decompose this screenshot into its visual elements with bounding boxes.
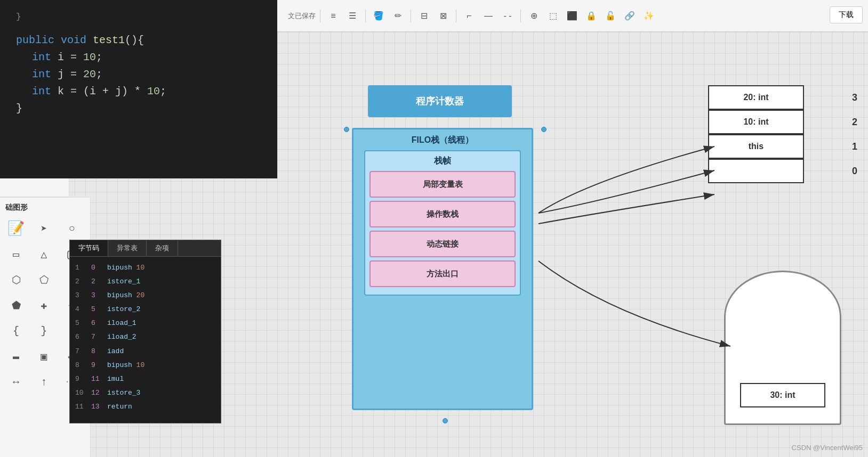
frame-label: 栈帧 bbox=[369, 156, 516, 167]
rect-shape[interactable]: ▭ bbox=[5, 243, 27, 265]
local-var-box-2: 10: int bbox=[708, 110, 804, 134]
bc-row-7: 7 8 iadd bbox=[70, 345, 221, 358]
dynamic-link-section: 动态链接 bbox=[369, 231, 516, 257]
plus-shape[interactable]: ✚ bbox=[33, 295, 54, 316]
int-keyword-1: int bbox=[32, 51, 51, 63]
method-exit-section: 方法出口 bbox=[369, 260, 516, 287]
watermark: CSDN @VincentWei95 bbox=[792, 444, 863, 452]
thin-rect-shape[interactable]: ▬ bbox=[5, 346, 27, 367]
handle-right-mid[interactable] bbox=[541, 127, 546, 132]
filo-label: FILO栈（线程） bbox=[353, 129, 532, 150]
triangle-shape[interactable]: △ bbox=[33, 243, 54, 265]
distribute-btn[interactable]: ⊠ bbox=[435, 7, 452, 25]
arrow-shape[interactable]: ➤ bbox=[33, 218, 54, 239]
lock-btn[interactable]: 🔒 bbox=[583, 7, 600, 25]
local-var-row-0: 0 bbox=[708, 159, 841, 183]
code-panel: } public void test1(){ int i = 10; int j… bbox=[0, 0, 277, 178]
list-btn[interactable]: ☰ bbox=[344, 7, 361, 25]
bc-row-10: 10 12 istore_3 bbox=[70, 386, 221, 400]
group-btn[interactable]: ⬚ bbox=[544, 7, 561, 25]
filo-stack: FILO栈（线程） 栈帧 局部变量表 操作数栈 动态链接 方法出口 bbox=[352, 128, 533, 410]
download-button[interactable]: 下载 bbox=[830, 6, 863, 23]
bc-row-8: 8 9 bipush 10 bbox=[70, 358, 221, 372]
brace-left-shape[interactable]: { bbox=[5, 320, 27, 341]
local-var-row-1: this 1 bbox=[708, 134, 841, 159]
local-var-index-2: 2 bbox=[852, 117, 857, 128]
line-btn[interactable]: — bbox=[480, 7, 497, 25]
local-var-index-3: 3 bbox=[852, 92, 857, 103]
diagram-area: 程序计数器 FILO栈（线程） 栈帧 局部变量表 操作数栈 动态链接 方法出口 bbox=[277, 32, 868, 457]
stack-frame: 栈帧 局部变量表 操作数栈 动态链接 方法出口 bbox=[364, 150, 521, 296]
align-left-btn[interactable]: ≡ bbox=[325, 7, 342, 25]
stack-container: 程序计数器 FILO栈（线程） 栈帧 局部变量表 操作数栈 动态链接 方法出口 bbox=[347, 85, 544, 421]
heap-area: 30: int bbox=[724, 271, 841, 425]
saved-status: 文已保存 bbox=[288, 11, 316, 21]
separator-1 bbox=[320, 10, 320, 22]
hexagon-shape[interactable]: ⬡ bbox=[5, 269, 27, 290]
bytecode-content: 1 0 bipush 10 2 2 istore_1 3 3 bipush 20… bbox=[70, 257, 221, 418]
sticky-note-shape[interactable]: 📝 bbox=[5, 218, 27, 239]
heap-box: 30: int bbox=[740, 383, 825, 407]
rounded-shape[interactable]: ▣ bbox=[33, 346, 54, 367]
bc-row-11: 11 13 return bbox=[70, 400, 221, 414]
circle-shape[interactable]: ○ bbox=[61, 218, 83, 239]
local-var-box-0 bbox=[708, 159, 804, 183]
dashed-btn[interactable]: - - bbox=[499, 7, 516, 25]
local-var-box-3: 20: int bbox=[708, 85, 804, 110]
bc-row-3: 3 3 bipush 20 bbox=[70, 289, 221, 303]
unlock-btn[interactable]: 🔓 bbox=[602, 7, 619, 25]
bytecode-tabs: 字节码 异常表 杂项 bbox=[70, 240, 221, 257]
local-var-row-3: 20: int 3 bbox=[708, 85, 841, 110]
program-counter-label: 程序计数器 bbox=[416, 95, 464, 108]
tab-bytecode[interactable]: 字节码 bbox=[70, 240, 108, 256]
corner-btn[interactable]: ⌐ bbox=[461, 7, 478, 25]
separator-3 bbox=[411, 10, 411, 22]
pencil-btn[interactable]: ✏ bbox=[389, 7, 406, 25]
bc-row-1: 1 0 bipush 10 bbox=[70, 261, 221, 275]
link-btn[interactable]: 🔗 bbox=[621, 7, 638, 25]
bc-row-9: 9 11 imul bbox=[70, 372, 221, 386]
bc-row-6: 6 7 iload_2 bbox=[70, 330, 221, 344]
brace-right-shape[interactable]: } bbox=[33, 320, 54, 341]
tab-misc[interactable]: 杂项 bbox=[147, 240, 178, 256]
local-var-index-0: 0 bbox=[852, 166, 857, 177]
bc-row-2: 2 2 istore_1 bbox=[70, 275, 221, 289]
pentagon2-shape[interactable]: ⬟ bbox=[5, 295, 27, 316]
program-counter-box: 程序计数器 bbox=[368, 85, 512, 117]
bc-row-5: 5 6 iload_1 bbox=[70, 316, 221, 330]
tab-exceptions[interactable]: 异常表 bbox=[108, 240, 147, 256]
local-var-index-1: 1 bbox=[852, 141, 857, 152]
handle-bottom-mid[interactable] bbox=[443, 418, 448, 423]
snap-btn[interactable]: ⊕ bbox=[525, 7, 542, 25]
pentagon-shape[interactable]: ⬠ bbox=[33, 269, 54, 290]
double-arrow-shape[interactable]: ↔ bbox=[5, 371, 27, 393]
ungroup-btn[interactable]: ⬛ bbox=[564, 7, 581, 25]
sidebar-strip bbox=[0, 178, 69, 197]
fill-btn[interactable]: 🪣 bbox=[370, 7, 387, 25]
align-btn[interactable]: ⊟ bbox=[415, 7, 432, 25]
local-var-row-2: 10: int 2 bbox=[708, 110, 841, 134]
local-vars-table: 20: int 3 10: int 2 this 1 0 bbox=[708, 85, 841, 183]
shapes-title: 础图形 bbox=[5, 203, 85, 213]
separator-2 bbox=[365, 10, 366, 22]
handle-left-mid[interactable] bbox=[344, 127, 349, 132]
local-var-box-1: this bbox=[708, 134, 804, 159]
up-arrow-shape[interactable]: ↑ bbox=[33, 371, 54, 393]
local-vars-section: 局部变量表 bbox=[369, 171, 516, 198]
operand-stack-section: 操作数栈 bbox=[369, 201, 516, 227]
bytecode-panel: 字节码 异常表 杂项 1 0 bipush 10 2 2 istore_1 3 … bbox=[69, 240, 221, 423]
separator-5 bbox=[520, 10, 521, 22]
magic-btn[interactable]: ✨ bbox=[640, 7, 657, 25]
separator-4 bbox=[456, 10, 456, 22]
toolbar: 文已保存 ≡ ☰ 🪣 ✏ ⊟ ⊠ ⌐ — - - ⊕ ⬚ ⬛ 🔒 🔓 🔗 ✨ 下… bbox=[277, 0, 868, 32]
bc-row-4: 4 5 istore_2 bbox=[70, 303, 221, 316]
